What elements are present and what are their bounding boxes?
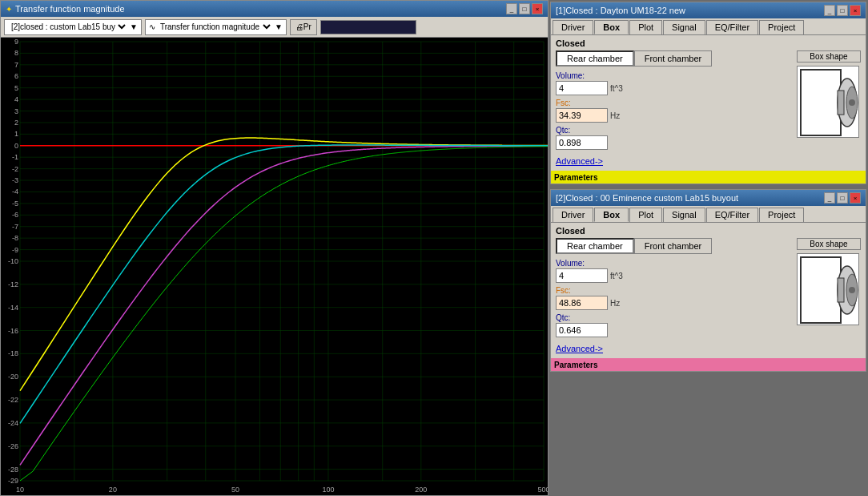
chart-canvas (1, 38, 548, 495)
toolbar-dropdown-1[interactable]: [2]closed : custom Lab15 buyout ▼ (4, 19, 142, 35)
box-2-titlebar: [2]Closed : 00 Eminence custom Lab15 buy… (551, 190, 866, 206)
tab-2-box[interactable]: Box (594, 208, 629, 222)
tab-2-signal[interactable]: Signal (663, 208, 705, 222)
tf-minimize-btn[interactable]: _ (506, 3, 517, 14)
box-1-advanced-link[interactable]: Advanced-> (556, 156, 603, 166)
tf-window: ✦ Transfer function magnitude _ □ × [2]c… (0, 0, 549, 496)
box-1-title: [1]Closed : Dayton UM18-22 new (556, 6, 685, 15)
box-1-volume-group: Volume: ft^3 (556, 71, 792, 95)
box-1-fsc-group: Fsc: Hz (556, 99, 792, 123)
tf-title-left: ✦ Transfer function magnitude (6, 4, 125, 14)
tab-2-project[interactable]: Project (759, 208, 804, 222)
box-2-close[interactable]: × (850, 192, 861, 204)
right-panels: [1]Closed : Dayton UM18-22 new _ □ × Dri… (549, 0, 868, 496)
svg-rect-0 (801, 70, 841, 135)
box-2-advanced-link[interactable]: Advanced-> (556, 344, 603, 353)
tf-maximize-btn[interactable]: □ (519, 3, 530, 14)
color-legend-box (320, 20, 416, 34)
box-1-shape-area: Box shape (797, 50, 861, 166)
box-2-volume-unit: ft^3 (610, 272, 623, 280)
tab-1-driver[interactable]: Driver (553, 20, 593, 34)
box-1-fsc-unit: Hz (610, 111, 620, 120)
box-1-volume-row: ft^3 (556, 81, 792, 95)
box-1-fsc-input[interactable] (556, 108, 608, 123)
box-2-qtc-label: Qtc: (556, 313, 792, 322)
box-2-qtc-input[interactable] (556, 323, 608, 337)
box-1-qtc-row (556, 135, 792, 150)
box-2-controls: _ □ × (824, 192, 861, 204)
box-1-titlebar: [1]Closed : Dayton UM18-22 new _ □ × (551, 2, 866, 18)
tf-title-icon: ✦ (6, 5, 12, 14)
tf-title-text: Transfer function magnitude (15, 4, 125, 14)
box-2-params-bar: Parameters (551, 358, 866, 371)
box-2-rear-chamber-btn[interactable]: Rear chamber (556, 238, 634, 254)
box-2-shape-area: Box shape (797, 238, 861, 353)
dropdown-2-select[interactable]: Transfer function magnitude (157, 22, 273, 32)
svg-rect-9 (838, 278, 844, 302)
toolbar-dropdown-2[interactable]: ∿ Transfer function magnitude ▼ (145, 19, 287, 35)
box-2-body: Rear chamber Front chamber Volume: ft^3 … (556, 238, 861, 353)
tf-close-btn[interactable]: × (532, 3, 543, 14)
box-2-closed-label: Closed (556, 226, 861, 236)
box-2-tabs: Driver Box Plot Signal EQ/Filter Project (551, 206, 866, 223)
svg-rect-5 (801, 257, 841, 323)
box-1-rear-chamber-btn[interactable]: Rear chamber (556, 50, 634, 67)
box-2-minimize[interactable]: _ (824, 192, 835, 204)
chart-area (1, 38, 548, 495)
box-2-shape-btn[interactable]: Box shape (797, 238, 861, 250)
tab-2-driver[interactable]: Driver (553, 208, 593, 222)
tf-titlebar: ✦ Transfer function magnitude _ □ × (1, 1, 548, 17)
tab-2-eq[interactable]: EQ/Filter (706, 208, 758, 222)
box-1-qtc-input[interactable] (556, 135, 608, 150)
box-1-maximize[interactable]: □ (837, 5, 848, 16)
box-2-volume-row: ft^3 (556, 268, 792, 283)
box-1-close[interactable]: × (850, 5, 861, 16)
box-1-params: Rear chamber Front chamber Volume: ft^3 … (556, 50, 792, 166)
box-window-2: [2]Closed : 00 Eminence custom Lab15 buy… (550, 189, 866, 372)
dropdown-1-select[interactable]: [2]closed : custom Lab15 buyout (8, 22, 128, 32)
box-1-controls: _ □ × (824, 5, 861, 16)
box-1-content: Closed Rear chamber Front chamber Volume… (551, 35, 866, 169)
svg-point-8 (849, 287, 855, 293)
box-1-fsc-label: Fsc: (556, 99, 792, 107)
print-btn[interactable]: 🖨 Pr (290, 19, 317, 35)
box-2-maximize[interactable]: □ (837, 192, 848, 204)
box-2-params: Rear chamber Front chamber Volume: ft^3 … (556, 238, 792, 353)
box-1-minimize[interactable]: _ (824, 5, 835, 16)
svg-point-3 (849, 99, 855, 106)
printer-icon: 🖨 (295, 22, 303, 31)
curve-icon: ∿ (149, 22, 155, 31)
box-1-params-bar: Parameters (551, 171, 866, 183)
box-2-volume-label: Volume: (556, 259, 792, 268)
dropdown-1-arrow: ▼ (130, 22, 138, 31)
box-1-shape-btn[interactable]: Box shape (797, 50, 861, 63)
box-1-qtc-group: Qtc: (556, 126, 792, 150)
box-2-content: Closed Rear chamber Front chamber Volume… (551, 223, 866, 357)
box-1-speaker-diagram (797, 66, 859, 138)
tf-window-controls: _ □ × (506, 3, 543, 14)
box-1-closed-label: Closed (556, 38, 861, 48)
box-2-front-chamber-btn[interactable]: Front chamber (634, 238, 713, 254)
tab-1-eq[interactable]: EQ/Filter (706, 20, 758, 34)
tab-1-project[interactable]: Project (759, 20, 804, 34)
box-2-fsc-input[interactable] (556, 296, 608, 310)
box-1-volume-input[interactable] (556, 81, 608, 95)
box-2-speaker-diagram (797, 253, 859, 325)
tab-1-signal[interactable]: Signal (663, 20, 705, 34)
box-1-qtc-label: Qtc: (556, 126, 792, 135)
tab-1-plot[interactable]: Plot (629, 20, 662, 34)
box-2-volume-group: Volume: ft^3 (556, 259, 792, 283)
box-2-qtc-group: Qtc: (556, 313, 792, 337)
tab-1-box[interactable]: Box (594, 20, 629, 34)
box-1-fsc-row: Hz (556, 108, 792, 123)
box-window-1: [1]Closed : Dayton UM18-22 new _ □ × Dri… (550, 2, 866, 184)
box-2-fsc-row: Hz (556, 296, 792, 310)
tab-2-plot[interactable]: Plot (629, 208, 662, 222)
box-2-fsc-unit: Hz (610, 299, 620, 308)
box-1-speaker-svg (798, 67, 859, 138)
box-1-front-chamber-btn[interactable]: Front chamber (634, 50, 713, 67)
box-1-volume-unit: ft^3 (610, 84, 623, 93)
box-2-speaker-svg (798, 254, 859, 325)
box-2-qtc-row (556, 323, 792, 337)
box-2-volume-input[interactable] (556, 268, 608, 283)
